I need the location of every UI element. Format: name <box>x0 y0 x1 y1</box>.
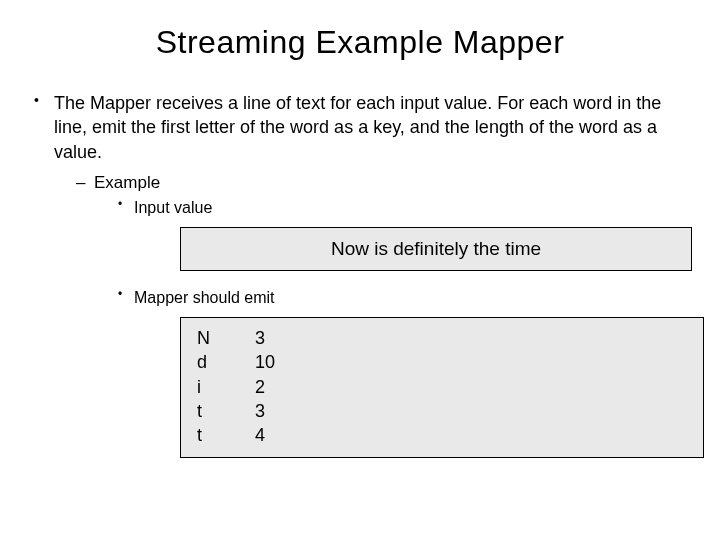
bullet-input-label: Input value <box>134 199 212 216</box>
output-value: 3 <box>255 399 265 423</box>
output-value: 3 <box>255 326 265 350</box>
slide-content: The Mapper receives a line of text for e… <box>0 61 720 458</box>
output-row: N 3 <box>197 326 687 350</box>
output-row: d 10 <box>197 350 687 374</box>
input-box: Now is definitely the time <box>180 227 692 271</box>
output-key: i <box>197 375 255 399</box>
bullet-example-label: Example <box>94 173 160 192</box>
bullet-main-text: The Mapper receives a line of text for e… <box>54 93 661 162</box>
bullet-list-level1: The Mapper receives a line of text for e… <box>30 91 690 458</box>
bullet-input-value: Input value Now is definitely the time <box>116 195 690 271</box>
output-value: 2 <box>255 375 265 399</box>
input-box-text: Now is definitely the time <box>331 238 541 259</box>
bullet-emit-label: Mapper should emit <box>134 289 275 306</box>
output-key: d <box>197 350 255 374</box>
output-row: i 2 <box>197 375 687 399</box>
output-value: 10 <box>255 350 275 374</box>
slide: Streaming Example Mapper The Mapper rece… <box>0 0 720 540</box>
bullet-list-level3: Input value Now is definitely the time M… <box>116 195 690 458</box>
output-box: N 3 d 10 i 2 <box>180 317 704 458</box>
output-row: t 4 <box>197 423 687 447</box>
output-row: t 3 <box>197 399 687 423</box>
bullet-example: Example Input value Now is definitely th… <box>76 170 690 459</box>
output-key: N <box>197 326 255 350</box>
output-value: 4 <box>255 423 265 447</box>
bullet-main: The Mapper receives a line of text for e… <box>30 91 690 458</box>
slide-title: Streaming Example Mapper <box>0 0 720 61</box>
output-key: t <box>197 399 255 423</box>
output-key: t <box>197 423 255 447</box>
bullet-list-level2: Example Input value Now is definitely th… <box>76 170 690 459</box>
bullet-mapper-emit: Mapper should emit N 3 d 10 <box>116 285 690 458</box>
